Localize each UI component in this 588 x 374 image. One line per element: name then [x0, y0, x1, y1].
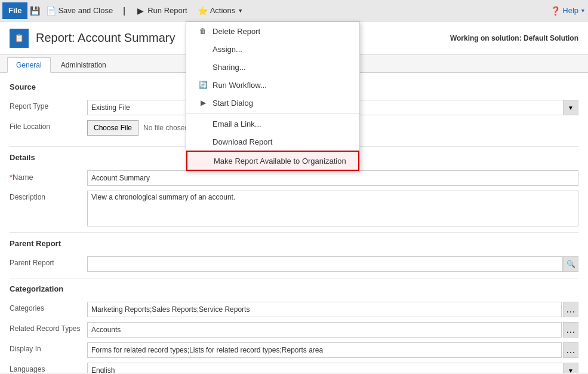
categorization-section-header: Categorization	[10, 284, 578, 296]
file-button[interactable]: File	[2, 2, 27, 19]
related-record-row: Related Record Types …	[10, 322, 578, 338]
save-disk-icon: 💾	[30, 6, 39, 16]
sharing-icon	[198, 62, 208, 72]
actions-dropdown-menu: 🗑 Delete Report Assign... Sharing... 🔄 R…	[186, 22, 360, 171]
menu-item-assign[interactable]: Assign...	[186, 40, 359, 58]
toolbar-separator-icon: |	[119, 6, 129, 16]
no-file-text: No file chosen	[143, 124, 189, 132]
report-icon: 📋	[10, 29, 29, 48]
categories-input[interactable]	[87, 302, 562, 317]
name-label: *Name	[10, 170, 87, 182]
languages-select-wrapper: English ▼	[87, 363, 578, 373]
display-in-ellipsis-button[interactable]: …	[563, 342, 578, 358]
description-row: Description View a chronological summary…	[10, 191, 578, 226]
run-report-button[interactable]: ▶ Run Report	[131, 2, 191, 19]
categories-row: Categories …	[10, 302, 578, 317]
categories-label: Categories	[10, 302, 87, 312]
help-chevron-icon: ▼	[580, 8, 586, 14]
assign-icon	[198, 44, 208, 54]
related-record-input-wrapper: …	[87, 322, 578, 338]
name-row: *Name	[10, 170, 578, 186]
save-close-button[interactable]: 📄 Save and Close	[42, 2, 117, 19]
menu-item-email-link[interactable]: Email a Link...	[186, 115, 359, 133]
help-circle-icon: ❓	[550, 6, 561, 16]
parent-report-lookup-button[interactable]: 🔍	[563, 256, 578, 272]
choose-file-button[interactable]: Choose File	[87, 120, 138, 136]
parent-report-label: Parent Report	[10, 256, 87, 267]
parent-report-row: Parent Report 🔍	[10, 256, 578, 272]
display-in-input[interactable]	[87, 342, 562, 358]
run-report-icon: ▶	[136, 6, 145, 16]
actions-star-icon: ⭐	[198, 6, 208, 16]
start-dialog-icon: ▶	[198, 98, 208, 108]
description-label: Description	[10, 191, 87, 201]
menu-item-start-dialog[interactable]: ▶ Start Dialog	[186, 94, 359, 112]
tab-general[interactable]: General	[7, 57, 51, 73]
parent-report-section-header: Parent Report	[10, 239, 578, 250]
file-location-label: File Location	[10, 120, 87, 131]
menu-item-download-report[interactable]: Download Report	[186, 133, 359, 151]
menu-item-run-workflow[interactable]: 🔄 Run Workflow...	[186, 76, 359, 94]
page-title: Report: Account Summary	[36, 31, 175, 45]
email-link-icon	[198, 119, 208, 128]
actions-button[interactable]: ⭐ Actions ▼	[194, 2, 248, 19]
display-in-label: Display In	[10, 342, 87, 353]
parent-report-input-wrapper: 🔍	[87, 256, 578, 272]
divider-3	[10, 278, 578, 278]
display-in-input-wrapper: …	[87, 342, 578, 358]
menu-item-make-available[interactable]: Make Report Available to Organization	[186, 151, 359, 171]
delete-report-icon: 🗑	[198, 26, 208, 36]
run-workflow-icon: 🔄	[198, 80, 208, 90]
download-report-icon	[198, 137, 208, 146]
help-button[interactable]: ❓ Help ▼	[550, 6, 586, 16]
menu-item-delete-report[interactable]: 🗑 Delete Report	[186, 22, 359, 40]
description-input[interactable]: View a chronological summary of an accou…	[87, 191, 578, 226]
tab-administration[interactable]: Administration	[52, 57, 115, 72]
menu-divider-1	[186, 113, 359, 114]
languages-label: Languages	[10, 363, 87, 373]
related-record-label: Related Record Types	[10, 322, 87, 333]
report-type-label: Report Type	[10, 100, 87, 111]
categories-ellipsis-button[interactable]: …	[563, 302, 578, 317]
make-available-icon	[199, 156, 209, 165]
actions-chevron-icon: ▼	[238, 8, 243, 14]
related-record-ellipsis-button[interactable]: …	[563, 322, 578, 338]
parent-report-input[interactable]	[87, 256, 563, 272]
display-in-row: Display In …	[10, 342, 578, 358]
languages-row: Languages English ▼	[10, 363, 578, 373]
divider-2	[10, 232, 578, 233]
name-input[interactable]	[87, 170, 578, 186]
save-close-icon: 📄	[46, 6, 56, 16]
solution-text: Working on solution: Default Solution	[450, 34, 578, 42]
related-record-input[interactable]	[87, 322, 562, 338]
categories-input-wrapper: …	[87, 302, 578, 317]
toolbar: File 💾 📄 Save and Close | ▶ Run Report ⭐…	[0, 0, 588, 22]
menu-item-sharing[interactable]: Sharing...	[186, 58, 359, 76]
languages-select[interactable]: English	[87, 363, 578, 373]
